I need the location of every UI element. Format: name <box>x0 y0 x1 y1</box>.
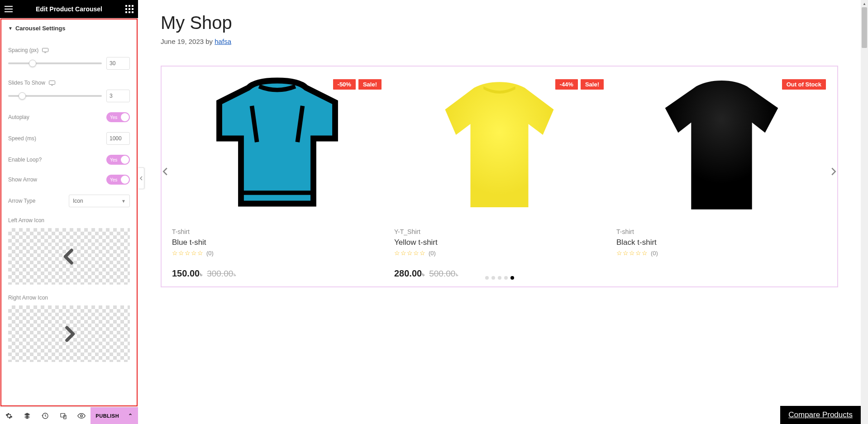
svg-point-18 <box>81 414 83 417</box>
product-image <box>394 73 605 218</box>
preview-icon[interactable] <box>72 413 91 419</box>
speed-label: Speed (ms) <box>8 135 36 142</box>
left-arrow-icon-preview[interactable] <box>8 228 130 285</box>
loop-toggle[interactable]: Yes <box>106 155 130 165</box>
discount-badge: -50% <box>333 79 356 90</box>
layers-icon[interactable] <box>18 412 36 419</box>
product-price: 280.00৳ <box>394 268 424 279</box>
spacing-slider[interactable] <box>8 62 102 64</box>
loop-label: Enable Loop? <box>8 157 42 163</box>
page-meta: June 19, 2023 by hafsa <box>161 38 838 45</box>
rating-count: (0) <box>206 250 214 257</box>
rating-count: (0) <box>429 250 436 257</box>
left-icon-label: Left Arrow Icon <box>8 217 130 224</box>
product-category: Y-T_Shirt <box>394 228 605 235</box>
sale-badge: Sale! <box>358 79 382 90</box>
collapse-sidebar-handle[interactable] <box>138 167 144 189</box>
svg-rect-14 <box>49 81 55 84</box>
svg-rect-8 <box>132 8 134 10</box>
out-of-stock-badge: Out of Stock <box>782 79 826 90</box>
svg-rect-7 <box>129 8 130 10</box>
editor-sidebar: Edit Product Carousel ▼ Carousel Setting… <box>0 0 138 424</box>
desktop-icon[interactable] <box>42 48 48 53</box>
svg-rect-5 <box>132 5 134 7</box>
sidebar-footer: PUBLISH ⌃ <box>0 407 138 424</box>
settings-icon[interactable] <box>0 412 18 419</box>
show-arrow-toggle[interactable]: Yes <box>106 175 130 185</box>
svg-rect-2 <box>5 11 13 12</box>
product-name: Black t-shirt <box>616 238 827 247</box>
author-link[interactable]: hafsa <box>215 38 231 45</box>
right-arrow-icon-preview[interactable] <box>8 305 130 362</box>
product-image <box>616 73 827 218</box>
slides-label: Slides To Show <box>8 80 55 86</box>
svg-rect-10 <box>129 11 130 13</box>
svg-rect-4 <box>129 5 130 7</box>
chevron-right-icon <box>60 320 79 348</box>
chevron-up-icon: ⌃ <box>128 413 133 419</box>
preview-pane: ▲ My Shop June 19, 2023 by hafsa <box>138 0 868 424</box>
star-rating: ☆☆☆☆☆ <box>172 249 204 257</box>
sale-badge: Sale! <box>581 79 604 90</box>
product-card[interactable]: Out of Stock T-shirt Black t-shirt ☆☆☆☆☆… <box>616 73 827 257</box>
svg-rect-0 <box>5 6 13 7</box>
sidebar-title: Edit Product Carousel <box>13 5 125 13</box>
discount-badge: -44% <box>555 79 578 90</box>
svg-rect-9 <box>125 11 127 13</box>
product-image <box>172 73 382 218</box>
product-old-price: 500.00৳ <box>429 269 458 279</box>
sidebar-body: ▼ Carousel Settings Spacing (px) <box>0 19 138 406</box>
svg-rect-6 <box>125 8 127 10</box>
rating-count: (0) <box>651 250 658 257</box>
arrow-type-label: Arrow Type <box>8 198 35 204</box>
caret-down-icon: ▼ <box>8 26 13 31</box>
menu-icon[interactable] <box>5 5 13 13</box>
apps-icon[interactable] <box>125 5 134 13</box>
spacing-input[interactable] <box>106 57 130 70</box>
product-price: 150.00৳ <box>172 268 202 279</box>
autoplay-toggle[interactable]: Yes <box>106 112 130 122</box>
product-card[interactable]: -50% Sale! T-shirt Blue t-shit <box>172 73 382 279</box>
product-card[interactable]: -44% Sale! Y-T_Shirt Yellow t-shirt <box>394 73 605 279</box>
star-rating: ☆☆☆☆☆ <box>616 249 648 257</box>
sidebar-header: Edit Product Carousel <box>0 0 138 18</box>
svg-rect-3 <box>125 5 127 7</box>
spacing-label: Spacing (px) <box>8 47 48 53</box>
autoplay-label: Autoplay <box>8 114 29 120</box>
slides-input[interactable] <box>106 90 130 102</box>
preview-scrollbar[interactable]: ▲ <box>861 0 868 424</box>
chevron-down-icon: ▼ <box>121 199 126 204</box>
product-name: Blue t-shit <box>172 238 382 247</box>
slides-slider[interactable] <box>8 95 102 97</box>
product-old-price: 300.00৳ <box>207 269 236 279</box>
desktop-icon[interactable] <box>49 81 55 86</box>
page-title: My Shop <box>161 13 838 33</box>
product-carousel[interactable]: -50% Sale! T-shirt Blue t-shit <box>161 66 838 287</box>
right-icon-label: Right Arrow Icon <box>8 295 130 301</box>
arrow-type-select[interactable]: Icon ▼ <box>69 195 130 207</box>
svg-rect-12 <box>43 48 48 52</box>
section-carousel-settings[interactable]: ▼ Carousel Settings <box>1 19 137 37</box>
history-icon[interactable] <box>36 412 54 419</box>
scrollbar-up-icon[interactable]: ▲ <box>861 0 868 7</box>
section-title: Carousel Settings <box>15 25 66 32</box>
compare-products-button[interactable]: Compare Products <box>780 406 861 424</box>
responsive-icon[interactable] <box>54 412 72 419</box>
svg-rect-11 <box>132 11 134 13</box>
star-rating: ☆☆☆☆☆ <box>394 249 426 257</box>
svg-rect-1 <box>5 9 13 10</box>
product-name: Yellow t-shirt <box>394 238 605 247</box>
publish-button[interactable]: PUBLISH ⌃ <box>91 407 138 424</box>
speed-input[interactable] <box>106 132 130 145</box>
chevron-left-icon <box>60 243 79 270</box>
product-category: T-shirt <box>172 228 382 235</box>
product-category: T-shirt <box>616 228 827 235</box>
show-arrow-label: Show Arrow <box>8 176 37 183</box>
scrollbar-thumb[interactable] <box>862 7 867 48</box>
